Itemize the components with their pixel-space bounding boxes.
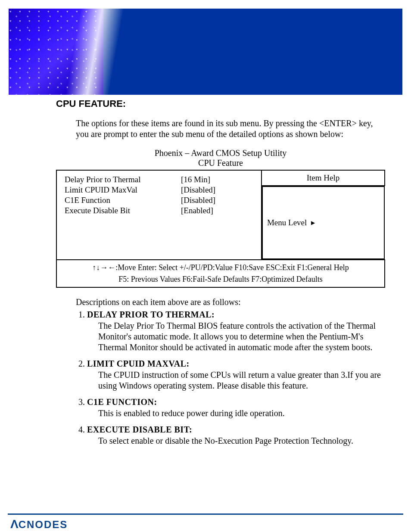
bios-option-value: [Enabled]: [181, 206, 258, 215]
list-item: LIMIT CPUID MAXVAL: The CPUID instructio…: [87, 359, 385, 391]
bios-option-label: C1E Function: [65, 196, 181, 205]
footer-rule: [8, 513, 403, 515]
bios-key-legend: ↑↓→←:Move Enter: Select +/-/PU/PD:Value …: [56, 260, 385, 287]
bios-option-label: Limit CPUID MaxVal: [65, 185, 181, 195]
bios-box: Delay Prior to Thermal [16 Min] Limit CP…: [56, 170, 385, 288]
bios-option-value: [Disabled]: [181, 185, 258, 195]
descriptions-intro: Descriptions on each item above are as f…: [76, 297, 385, 307]
list-item: EXECUTE DISABLE BIT: To select enable or…: [87, 425, 385, 446]
description-body: The Delay Prior To Thermal BIOS feature …: [98, 320, 385, 353]
description-body: The CPUID instruction of some CPUs will …: [98, 370, 385, 391]
bios-key-legend-line2: F5: Previous Values F6:Fail-Safe Default…: [59, 274, 382, 285]
descriptions-list: DELAY PRIOR TO THERMAL: The Delay Prior …: [76, 310, 385, 446]
description-body: This is enabled to reduce power during i…: [98, 408, 385, 419]
section-heading: CPU FEATURE:: [56, 98, 385, 109]
triangle-right-icon: ▶: [311, 220, 315, 226]
description-heading: LIMIT CPUID MAXVAL:: [87, 359, 190, 368]
bios-option-value: [16 Min]: [181, 175, 258, 184]
circuit-board-art: [9, 9, 103, 95]
bios-help-header: Item Help: [262, 170, 385, 186]
page: CPU FEATURE: The options for these items…: [0, 9, 411, 532]
list-item: C1E FUNCTION: This is enabled to reduce …: [87, 397, 385, 419]
bios-screenshot: Phoenix – Award CMOS Setup Utility CPU F…: [56, 148, 385, 288]
bios-option-label: Execute Disable Bit: [65, 206, 181, 215]
section-intro-text: The options for these items are found in…: [76, 118, 385, 140]
bios-main-panel: Delay Prior to Thermal [16 Min] Limit CP…: [56, 170, 262, 260]
header-banner: [9, 9, 402, 95]
brand-text: CNODES: [19, 519, 68, 531]
description-body: To select enable or disable the No-Execu…: [98, 436, 385, 446]
bios-menu-level-label: Menu Level: [267, 218, 307, 227]
brand-lambda-icon: Λ: [10, 517, 19, 531]
description-heading: C1E FUNCTION:: [87, 397, 157, 407]
bios-screen-name: CPU Feature: [56, 158, 385, 168]
bios-key-legend-line1: ↑↓→←:Move Enter: Select +/-/PU/PD:Value …: [59, 262, 382, 274]
bios-option-label: Delay Prior to Thermal: [65, 175, 181, 184]
bios-option-value: [Disabled]: [181, 196, 258, 205]
content-area: CPU FEATURE: The options for these items…: [56, 98, 385, 446]
list-item: DELAY PRIOR TO THERMAL: The Delay Prior …: [87, 310, 385, 353]
brand-logo: Λ CNODES: [10, 517, 68, 531]
description-heading: DELAY PRIOR TO THERMAL:: [87, 310, 215, 319]
bios-utility-title: Phoenix – Award CMOS Setup Utility: [56, 148, 385, 158]
bios-option-list: Delay Prior to Thermal [16 Min] Limit CP…: [65, 175, 258, 215]
bios-menu-level-cell: Menu Level ▶: [262, 186, 385, 259]
description-heading: EXECUTE DISABLE BIT:: [87, 425, 192, 434]
